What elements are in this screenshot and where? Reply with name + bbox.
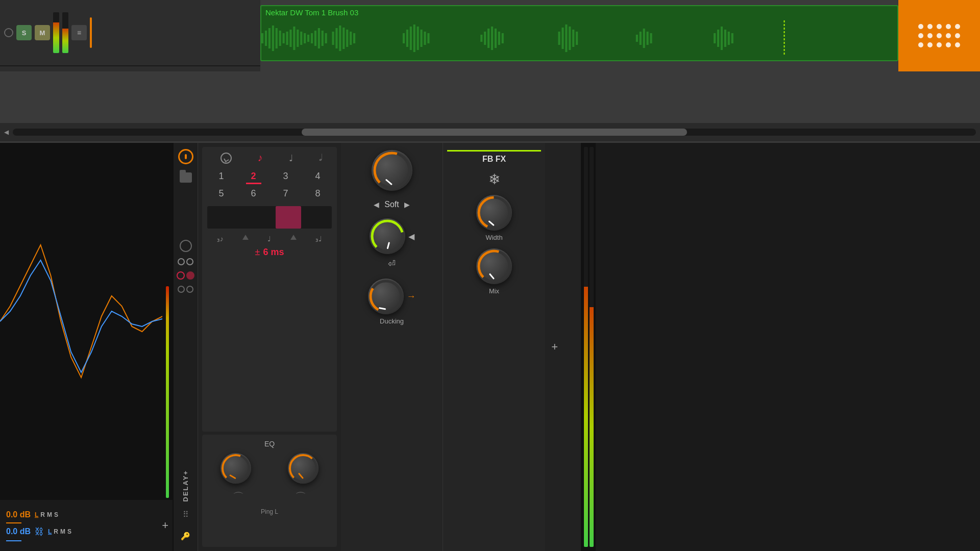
clock-icon[interactable]	[220, 153, 232, 164]
svg-rect-7	[286, 32, 288, 45]
ch-m-2[interactable]: M	[60, 528, 65, 535]
ch-s-1[interactable]: S	[54, 511, 58, 518]
scrollbar-track[interactable]	[13, 129, 976, 136]
green-knob[interactable]	[370, 218, 405, 254]
note-icon-2[interactable]: ♩	[289, 153, 293, 164]
eq-knob-2-container	[288, 453, 318, 484]
track-meter-2	[62, 12, 68, 53]
svg-rect-3	[272, 26, 274, 51]
soft-next-arrow[interactable]: ▶	[404, 201, 410, 209]
ch-s-2[interactable]: S	[67, 528, 71, 535]
svg-rect-54	[721, 27, 723, 50]
ch-l-orange[interactable]: L	[35, 511, 38, 518]
note-icons-row: ♪ ♩ 𝅗𝅥	[207, 152, 332, 164]
track-record-btn[interactable]	[4, 28, 13, 37]
svg-rect-44	[569, 27, 571, 50]
mix-label: Mix	[489, 287, 499, 295]
eq-curve-2: ⌒	[295, 490, 306, 505]
ducking-knob-container: → Ducking	[368, 279, 416, 325]
eq-title: EQ	[207, 440, 332, 448]
fbfx-header: FB FX	[447, 150, 541, 164]
eq-knob-2[interactable]	[288, 453, 318, 484]
soft-panel: ◀ Soft ▶ ◀	[341, 143, 443, 551]
num-3[interactable]: 3	[272, 171, 300, 184]
svg-rect-53	[717, 30, 719, 47]
ch-m-1[interactable]: M	[47, 511, 52, 518]
width-label: Width	[485, 234, 502, 241]
ch-r-1[interactable]: R	[40, 511, 45, 518]
mix-knob-container: Mix	[476, 248, 512, 295]
oscilloscope-display	[0, 143, 173, 500]
arrow-up-2	[290, 235, 297, 240]
num-2[interactable]: 2	[251, 171, 256, 182]
svg-rect-8	[289, 30, 291, 47]
svg-rect-9	[293, 27, 295, 50]
snowflake-icon[interactable]: ❄	[488, 171, 500, 188]
svg-rect-6	[283, 33, 285, 43]
note-icon-active[interactable]: ♪	[258, 152, 263, 164]
svg-rect-24	[350, 32, 352, 45]
svg-rect-23	[346, 30, 348, 47]
plugin-launcher-button[interactable]	[898, 0, 980, 71]
level-blue: 0.0 dB	[6, 527, 31, 536]
eq-knob-1[interactable]	[220, 453, 251, 484]
circle-icon-1[interactable]	[180, 240, 192, 252]
power-icon	[185, 154, 187, 159]
delay-plugin: DELAY+ ⠿ 🔑 ♪	[174, 143, 582, 551]
num-5[interactable]: 5	[207, 188, 235, 199]
mute-button-1[interactable]: M	[35, 25, 50, 40]
ms-value: 6 ms	[263, 247, 284, 258]
svg-rect-47	[636, 35, 638, 42]
power-button[interactable]	[178, 149, 193, 164]
ch-r-2[interactable]: R	[54, 528, 58, 535]
scroll-left-arrow[interactable]: ◀	[4, 129, 9, 136]
horizontal-scrollbar[interactable]: ◀	[0, 123, 980, 141]
scope-panel: 0.0 dB L R M S 0.0 dB ⛓ L R M	[0, 143, 174, 551]
num-4[interactable]: 4	[304, 171, 332, 184]
triplet-left-icon: ₃♪	[217, 235, 224, 243]
svg-rect-18	[325, 33, 327, 43]
add-plugin-button[interactable]: +	[162, 519, 168, 532]
position-bar[interactable]	[207, 206, 332, 229]
soft-label: Soft	[384, 200, 399, 209]
scrollbar-thumb[interactable]	[302, 129, 687, 136]
svg-rect-35	[484, 32, 486, 45]
width-knob[interactable]	[476, 195, 512, 231]
small-circles	[178, 286, 193, 293]
ducking-label: Ducking	[380, 317, 404, 325]
link-icon[interactable]: ⛓	[35, 527, 44, 537]
clip-name: Nektar DW Tom 1 Brush 03	[261, 6, 897, 19]
large-knob[interactable]	[372, 150, 412, 191]
svg-rect-27	[406, 30, 408, 47]
arrow-up-1	[242, 235, 249, 240]
green-knob-row: ◀	[370, 218, 414, 254]
audio-clip-1[interactable]: Nektar DW Tom 1 Brush 03	[260, 5, 898, 61]
svg-rect-32	[424, 32, 426, 45]
add-fx-button[interactable]: +	[551, 340, 558, 354]
plugin-name-label: DELAY+	[182, 350, 189, 502]
folder-button[interactable]	[180, 172, 192, 183]
svg-rect-13	[307, 35, 309, 42]
svg-rect-1	[265, 31, 267, 46]
soft-prev-arrow[interactable]: ◀	[374, 201, 379, 209]
green-knob-arrow[interactable]: ◀	[408, 232, 414, 241]
num-7[interactable]: 7	[272, 188, 300, 199]
ch-l-blue[interactable]: L	[48, 528, 52, 535]
ducking-knob[interactable]	[368, 279, 404, 314]
num-8[interactable]: 8	[304, 188, 332, 199]
clip-area: Nektar DW Tom 1 Brush 03	[260, 0, 898, 71]
svg-rect-43	[565, 24, 567, 52]
svg-rect-40	[502, 33, 504, 43]
eq-knob-1-container	[220, 453, 251, 484]
infinity-icon	[178, 258, 193, 265]
num-1[interactable]: 1	[207, 171, 235, 184]
svg-rect-38	[495, 29, 497, 48]
svg-rect-4	[276, 28, 278, 48]
key-icon[interactable]: 🔑	[181, 532, 190, 541]
grid-dots-icon[interactable]: ⠿	[183, 510, 189, 519]
mix-knob[interactable]	[476, 248, 512, 284]
soft-nav-row: ◀ Soft ▶	[374, 200, 409, 209]
svg-rect-49	[643, 29, 645, 48]
num-6[interactable]: 6	[239, 188, 267, 199]
solo-button-1[interactable]: S	[16, 25, 32, 40]
